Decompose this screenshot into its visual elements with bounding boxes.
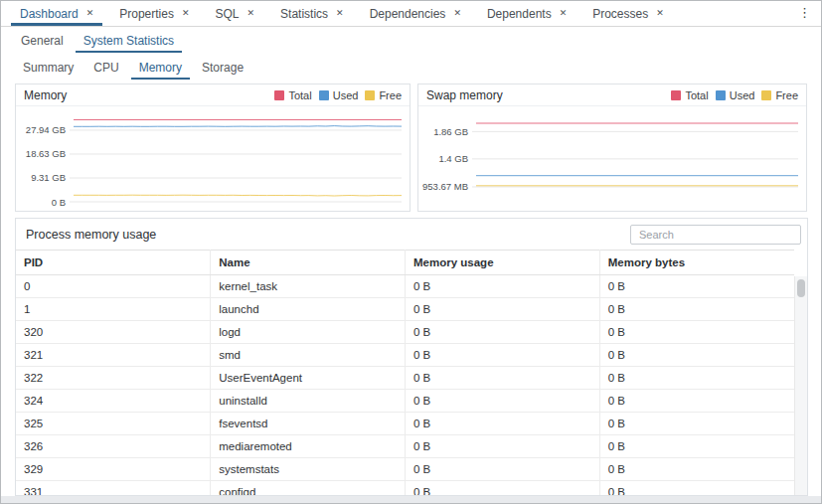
table-row[interactable]: 325fseventsd0 B0 B xyxy=(16,413,794,435)
subtab-cpu[interactable]: CPU xyxy=(83,54,128,81)
kebab-menu-icon[interactable]: ⋮ xyxy=(794,5,815,20)
svg-text:9.31 GB: 9.31 GB xyxy=(31,172,66,183)
table-cell: 0 B xyxy=(599,458,794,481)
table-scrollbar[interactable] xyxy=(794,276,807,495)
tab-system-statistics[interactable]: System Statistics xyxy=(74,27,184,54)
legend-label: Used xyxy=(333,89,359,101)
table-cell: 0 B xyxy=(406,390,600,413)
scrollbar-thumb[interactable] xyxy=(797,279,805,297)
table-row[interactable]: 329systemstats0 B0 B xyxy=(16,458,794,481)
table-row[interactable]: 0kernel_task0 B0 B xyxy=(16,275,794,298)
table-cell: 0 B xyxy=(406,367,600,390)
main-tab-dependencies[interactable]: Dependencies✕ xyxy=(357,1,474,26)
tab-label: Properties xyxy=(119,7,174,21)
table-cell: 322 xyxy=(16,367,211,390)
tab-label: Statistics xyxy=(280,7,328,21)
table-row[interactable]: 324uninstalld0 B0 B xyxy=(16,390,794,413)
memory-chart-panel: Memory TotalUsedFree 0 B9.31 GB18.63 GB2… xyxy=(15,84,411,212)
close-icon[interactable]: ✕ xyxy=(453,9,461,18)
process-table-body: 0kernel_task0 B0 B1launchd0 B0 B320logd0… xyxy=(16,275,794,497)
tab-general[interactable]: General xyxy=(11,27,74,54)
legend-label: Used xyxy=(730,89,755,101)
close-icon[interactable]: ✕ xyxy=(336,9,344,18)
swap-chart-panel: Swap memory TotalUsedFree 953.67 MB1.4 G… xyxy=(417,84,807,212)
secondary-tab-bar: GeneralSystem Statistics xyxy=(1,27,821,54)
main-tabs: Dashboard✕Properties✕SQL✕Statistics✕Depe… xyxy=(7,1,677,26)
table-cell: configd xyxy=(211,481,406,497)
table-cell: 0 B xyxy=(406,298,600,321)
table-cell: launchd xyxy=(211,298,406,321)
process-table-head: PIDNameMemory usageMemory bytes xyxy=(16,251,794,275)
sub-tab-bar: SummaryCPUMemoryStorage xyxy=(1,54,821,81)
tab-label: Dependencies xyxy=(370,7,446,21)
column-header-name[interactable]: Name xyxy=(211,251,406,275)
table-cell: 0 B xyxy=(406,481,600,497)
table-cell: 325 xyxy=(16,413,211,435)
table-row[interactable]: 331configd0 B0 B xyxy=(16,481,794,497)
legend-label: Free xyxy=(379,89,402,101)
process-panel-title: Process memory usage xyxy=(26,228,156,242)
main-tab-bar: Dashboard✕Properties✕SQL✕Statistics✕Depe… xyxy=(1,1,821,27)
table-cell: UserEventAgent xyxy=(211,367,406,390)
table-cell: 0 B xyxy=(599,344,794,367)
subtab-storage[interactable]: Storage xyxy=(192,54,253,81)
tab-label: Dependents xyxy=(487,7,552,21)
svg-text:1.86 GB: 1.86 GB xyxy=(433,126,468,137)
table-cell: systemstats xyxy=(211,458,406,481)
main-tab-dependents[interactable]: Dependents✕ xyxy=(474,1,579,26)
process-panel-header: Process memory usage xyxy=(16,219,807,250)
table-cell: 0 B xyxy=(406,435,600,458)
table-cell: 0 B xyxy=(599,367,794,390)
tab-label: Processes xyxy=(592,7,648,21)
close-icon[interactable]: ✕ xyxy=(86,9,94,18)
close-icon[interactable]: ✕ xyxy=(182,9,190,18)
main-tab-statistics[interactable]: Statistics✕ xyxy=(267,1,357,26)
tab-label: Dashboard xyxy=(20,7,79,21)
column-header-memory-bytes[interactable]: Memory bytes xyxy=(599,251,794,275)
table-row[interactable]: 322UserEventAgent0 B0 B xyxy=(16,367,794,390)
main-tab-dashboard[interactable]: Dashboard✕ xyxy=(7,1,106,26)
pgadmin-dashboard-window: Dashboard✕Properties✕SQL✕Statistics✕Depe… xyxy=(0,0,822,504)
charts-row: Memory TotalUsedFree 0 B9.31 GB18.63 GB2… xyxy=(1,81,821,212)
subtab-memory[interactable]: Memory xyxy=(129,54,192,81)
close-icon[interactable]: ✕ xyxy=(560,9,568,18)
table-cell: 0 B xyxy=(599,298,794,321)
search-input[interactable] xyxy=(630,225,801,245)
table-cell: 0 B xyxy=(406,321,600,344)
table-row[interactable]: 320logd0 B0 B xyxy=(16,321,794,344)
subtab-summary[interactable]: Summary xyxy=(13,54,83,81)
svg-text:27.94 GB: 27.94 GB xyxy=(26,124,66,135)
close-icon[interactable]: ✕ xyxy=(656,9,664,18)
legend-item-used: Used xyxy=(716,89,755,101)
table-cell: 326 xyxy=(16,435,211,458)
legend-item-free: Free xyxy=(761,89,798,101)
legend-swatch-icon xyxy=(319,90,329,100)
close-icon[interactable]: ✕ xyxy=(247,9,255,18)
table-cell: 0 B xyxy=(599,481,794,497)
memory-chart-title: Memory xyxy=(24,88,67,102)
column-header-memory-usage[interactable]: Memory usage xyxy=(406,251,600,275)
table-row[interactable]: 1launchd0 B0 B xyxy=(16,298,794,321)
swap-chart-legend: TotalUsedFree xyxy=(671,89,798,101)
table-cell: 0 B xyxy=(599,390,794,413)
table-row[interactable]: 326mediaremoted0 B0 B xyxy=(16,435,794,458)
table-row[interactable]: 321smd0 B0 B xyxy=(16,344,794,367)
table-cell: 324 xyxy=(16,390,211,413)
table-cell: 0 xyxy=(16,275,211,298)
main-tab-sql[interactable]: SQL✕ xyxy=(203,1,268,26)
table-cell: 0 B xyxy=(406,344,600,367)
table-cell: uninstalld xyxy=(211,390,406,413)
main-tab-properties[interactable]: Properties✕ xyxy=(106,1,202,26)
legend-item-total: Total xyxy=(274,89,311,101)
table-cell: 321 xyxy=(16,344,211,367)
table-cell: smd xyxy=(211,344,406,367)
svg-text:953.67 MB: 953.67 MB xyxy=(422,181,468,192)
process-table-head-row: PIDNameMemory usageMemory bytes xyxy=(16,251,794,275)
legend-label: Free xyxy=(775,89,798,101)
column-header-pid[interactable]: PID xyxy=(16,251,211,275)
tab-label: SQL xyxy=(216,7,240,21)
legend-item-free: Free xyxy=(365,89,402,101)
process-table: PIDNameMemory usageMemory bytes 0kernel_… xyxy=(16,250,794,496)
main-tab-processes[interactable]: Processes✕ xyxy=(579,1,677,26)
memory-chart-legend: TotalUsedFree xyxy=(274,89,402,101)
